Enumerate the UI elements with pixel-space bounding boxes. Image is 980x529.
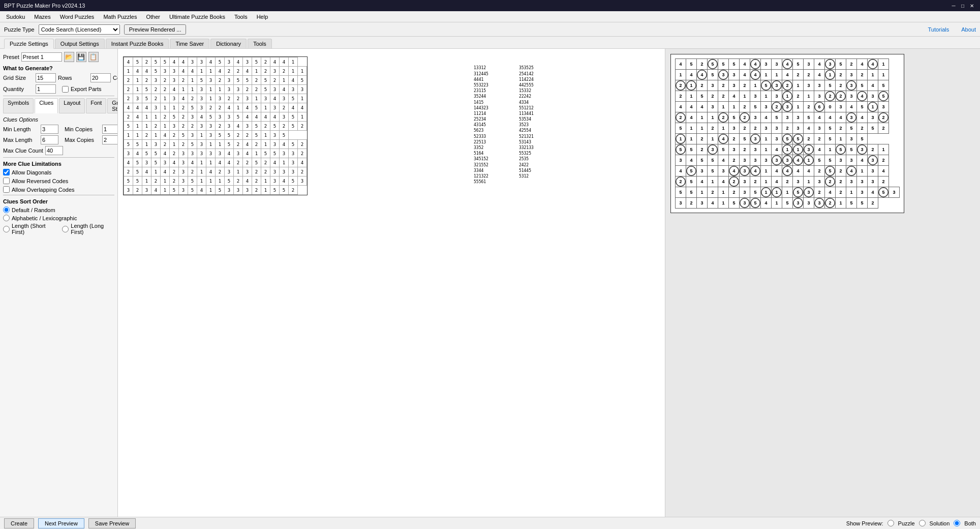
puzzle-cell: 5: [170, 112, 179, 122]
puzzle-cell: 2: [225, 67, 234, 76]
show-both-radio[interactable]: [954, 520, 960, 526]
puzzle-type-select[interactable]: Code Search (Licensed): [39, 24, 120, 35]
puzzle-cell: 4: [124, 103, 133, 112]
tab-puzzle-settings[interactable]: Puzzle Settings: [4, 39, 54, 49]
preview-cell: 5: [708, 155, 718, 166]
allow-diagonals-checkbox[interactable]: [3, 169, 10, 175]
puzzle-cell: 1: [216, 177, 225, 186]
puzzle-cell: 1: [206, 85, 216, 94]
puzzle-cell: 5: [124, 177, 133, 186]
puzzle-cell: 1: [261, 177, 270, 186]
preview-cell: 5: [686, 187, 697, 198]
create-button[interactable]: Create: [4, 518, 34, 528]
preview-cell: 3: [793, 198, 804, 209]
preset-input[interactable]: [21, 52, 62, 62]
sub-tab-grid-styling[interactable]: Grid Styling: [107, 98, 118, 113]
puzzle-cell: 5: [252, 122, 261, 131]
puzzle-cell: 3: [197, 122, 206, 131]
preview-cell: 2: [868, 198, 878, 209]
puzzle-table: 4525544334534352441144533441142241232112…: [124, 57, 307, 195]
show-solution-radio[interactable]: [919, 520, 926, 526]
maximize-button[interactable]: □: [959, 2, 967, 10]
max-copies-input[interactable]: [102, 135, 118, 144]
sub-tab-clues[interactable]: Clues: [35, 98, 58, 113]
preview-rendered-button[interactable]: Preview Rendered ...: [124, 24, 187, 35]
export-parts-checkbox[interactable]: [62, 86, 69, 93]
preview-cell: 1: [857, 166, 868, 177]
menu-other[interactable]: Other: [142, 13, 164, 21]
sort-default-radio[interactable]: [3, 207, 10, 213]
preview-cell: 3: [750, 91, 761, 102]
puzzle-cell: 3: [170, 94, 179, 103]
tutorials-link[interactable]: Tutorials: [928, 26, 949, 33]
preview-cell: 5: [686, 177, 697, 187]
tab-instant-puzzle-books[interactable]: Instant Puzzle Books: [106, 39, 169, 48]
preview-cell: 1: [676, 134, 686, 144]
puzzle-cell: 4: [151, 186, 161, 195]
tab-tools[interactable]: Tools: [248, 39, 272, 48]
max-clue-count-label: Max Clue Count: [3, 148, 43, 154]
tab-dictionary[interactable]: Dictionary: [210, 39, 247, 48]
quantity-row: Quantity Export Parts: [3, 84, 114, 94]
sub-tab-symbols[interactable]: Symbols: [3, 98, 34, 113]
menu-math-puzzles[interactable]: Math Puzzles: [99, 13, 141, 21]
puzzle-cell: 4: [243, 140, 252, 149]
allow-overlapping-checkbox[interactable]: [3, 186, 10, 193]
preview-cell: 3: [772, 91, 782, 102]
preview-cell: 5: [857, 102, 868, 112]
preview-cell: 5: [697, 91, 708, 102]
puzzle-cell: 5: [216, 186, 225, 195]
grid-size-input[interactable]: [36, 73, 56, 82]
tab-time-saver[interactable]: Time Saver: [170, 39, 209, 48]
menu-word-puzzles[interactable]: Word Puzzles: [56, 13, 99, 21]
allow-reversed-checkbox[interactable]: [3, 178, 10, 184]
main-area: Preset 📂 💾 📋 What to Generate? Grid Size…: [0, 49, 980, 517]
menu-sudoku[interactable]: Sudoku: [2, 13, 29, 21]
puzzle-cell: 3: [170, 67, 179, 76]
preview-cell: 1: [836, 198, 846, 209]
preset-saveas-button[interactable]: 📋: [88, 52, 99, 62]
preview-cell: 3: [793, 123, 804, 134]
show-both-label: Both: [964, 520, 976, 526]
next-preview-button[interactable]: Next Preview: [38, 518, 84, 528]
puzzle-cell: 2: [252, 186, 261, 195]
max-length-input[interactable]: [41, 135, 58, 144]
show-puzzle-radio[interactable]: [887, 520, 894, 526]
puzzle-cell: 4: [133, 112, 142, 122]
preview-cell: 3: [761, 102, 772, 112]
save-preview-button[interactable]: Save Preview: [88, 518, 136, 528]
sub-tab-font[interactable]: Font: [86, 98, 106, 113]
menu-help[interactable]: Help: [253, 13, 272, 21]
sub-tab-layout[interactable]: Layout: [59, 98, 85, 113]
max-clue-count-input[interactable]: [45, 146, 63, 155]
preset-open-button[interactable]: 📂: [64, 52, 74, 62]
menu-tools[interactable]: Tools: [230, 13, 252, 21]
preview-cell: 1: [846, 187, 857, 198]
puzzle-type-label: Puzzle Type: [4, 26, 35, 33]
rows-input[interactable]: [90, 73, 111, 82]
menu-mazes[interactable]: Mazes: [30, 13, 54, 21]
menu-ultimate-puzzle-books[interactable]: Ultimate Puzzle Books: [165, 13, 229, 21]
preview-cell: 2: [676, 177, 686, 187]
min-copies-input[interactable]: [102, 125, 118, 134]
sort-default-label: Default / Random: [12, 207, 55, 213]
minimize-button[interactable]: ─: [950, 2, 958, 10]
puzzle-cell: 1: [133, 131, 142, 140]
min-length-input[interactable]: [41, 125, 58, 134]
sort-alpha-radio[interactable]: [3, 215, 10, 221]
preview-cell: 0: [825, 102, 836, 112]
puzzle-cell: 1: [206, 140, 216, 149]
quantity-input[interactable]: [36, 84, 56, 94]
close-button[interactable]: ✕: [968, 2, 976, 10]
preview-cell: 5: [750, 187, 761, 198]
preview-cell: 1: [804, 177, 814, 187]
tab-output-settings[interactable]: Output Settings: [55, 39, 105, 48]
about-link[interactable]: About: [961, 26, 976, 33]
sort-default-row: Default / Random: [3, 207, 114, 213]
preview-cell: 4: [761, 198, 772, 209]
preset-save-button[interactable]: 💾: [76, 52, 86, 62]
puzzle-cell: 1: [179, 85, 188, 94]
sort-short-radio[interactable]: [3, 226, 10, 232]
sort-long-radio[interactable]: [62, 226, 69, 232]
puzzle-cell: 3: [225, 112, 234, 122]
